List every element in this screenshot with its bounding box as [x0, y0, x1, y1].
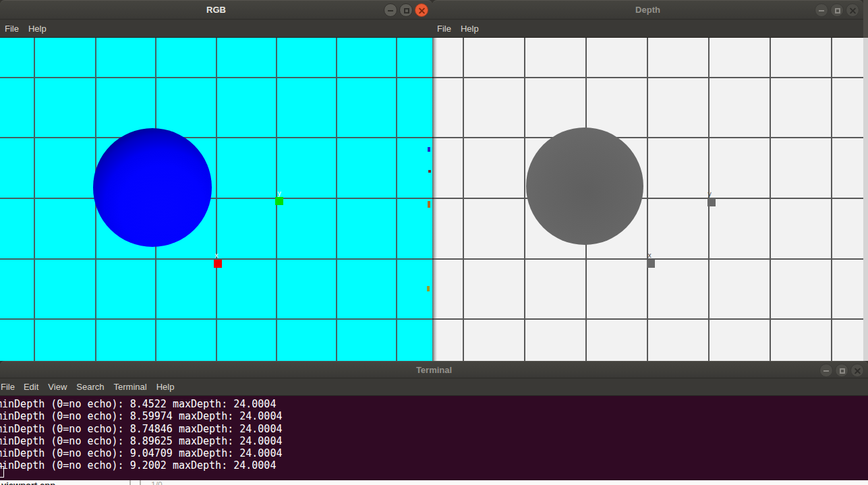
close-button[interactable] — [846, 3, 859, 17]
menu-help[interactable]: Help — [456, 24, 484, 34]
x-axis-marker — [214, 260, 222, 268]
rgb-titlebar[interactable]: RGB — [0, 0, 432, 20]
terminal-window: Terminal File Edit View Search Terminal … — [0, 361, 868, 480]
desktop: RGB File Help y x Depth — [0, 0, 868, 485]
editor-filename: viewport.cpp — [1, 480, 55, 485]
clipped-marker-speck — [428, 147, 430, 152]
minimize-icon — [823, 370, 829, 372]
terminal-cursor — [0, 466, 4, 478]
editor-tick — [140, 480, 141, 485]
terminal-line: minDepth (0=no echo): 8.59974 maxDepth: … — [0, 410, 868, 422]
rgb-window-title: RGB — [0, 5, 432, 15]
close-button[interactable] — [850, 364, 864, 377]
menu-file[interactable]: File — [432, 24, 456, 34]
menu-edit[interactable]: Edit — [19, 382, 43, 392]
depth-viewport[interactable]: y x — [432, 38, 863, 361]
maximize-button[interactable] — [830, 3, 844, 17]
maximize-button[interactable] — [835, 364, 848, 377]
maximize-icon — [835, 8, 840, 13]
rgb-menubar: File Help — [0, 20, 432, 38]
depth-menubar: File Help — [432, 20, 863, 38]
y-axis-marker — [275, 197, 283, 205]
x-axis-marker — [647, 260, 655, 268]
menu-terminal[interactable]: Terminal — [109, 382, 152, 392]
terminal-output[interactable]: minDepth (0=no echo): 8.4522 maxDepth: 2… — [0, 396, 868, 480]
rgb-window: RGB File Help y x — [0, 0, 432, 361]
window-edge-shadow — [432, 38, 437, 361]
depth-window-title: Depth — [432, 5, 863, 15]
terminal-window-title: Terminal — [0, 365, 868, 375]
minimize-button[interactable] — [384, 3, 397, 17]
terminal-menubar: File Edit View Search Terminal Help — [0, 378, 868, 396]
minimize-icon — [819, 10, 824, 11]
depth-window: Depth File Help y x — [432, 0, 863, 361]
menu-file[interactable]: File — [0, 24, 24, 34]
minimize-icon — [388, 10, 393, 11]
maximize-icon — [404, 8, 409, 13]
minimize-button[interactable] — [815, 3, 828, 17]
rgb-viewport[interactable]: y x — [0, 38, 432, 361]
menu-help[interactable]: Help — [152, 382, 179, 392]
y-axis-label: y — [705, 190, 714, 198]
y-axis-label: y — [274, 190, 284, 197]
clipped-marker-speck — [428, 170, 431, 173]
depth-titlebar[interactable]: Depth — [432, 0, 863, 20]
minimize-button[interactable] — [819, 364, 833, 377]
desktop-edge-strip — [863, 0, 868, 361]
editor-pager: 1/0 — [151, 480, 163, 485]
menu-file[interactable]: File — [0, 382, 19, 392]
terminal-text: minDepth (0=no echo): 8.4522 maxDepth: 2… — [0, 398, 868, 472]
menu-view[interactable]: View — [43, 382, 71, 392]
menu-search[interactable]: Search — [71, 382, 109, 392]
terminal-line: minDepth (0=no echo): 8.74846 maxDepth: … — [0, 423, 868, 435]
maximize-button[interactable] — [399, 3, 413, 17]
y-axis-marker — [707, 198, 716, 206]
clipped-marker-speck — [427, 286, 430, 291]
editor-tick — [129, 480, 131, 485]
close-button[interactable] — [415, 3, 428, 17]
terminal-line: minDepth (0=no echo): 8.4522 maxDepth: 2… — [0, 398, 868, 410]
maximize-icon — [840, 368, 845, 374]
depth-sphere — [526, 127, 643, 245]
terminal-line: minDepth (0=no echo): 8.89625 maxDepth: … — [0, 435, 868, 447]
terminal-line: minDepth (0=no echo): 9.04709 maxDepth: … — [0, 447, 868, 459]
background-editor-strip: viewport.cpp 1/0 — [0, 480, 868, 485]
terminal-titlebar[interactable]: Terminal — [0, 361, 868, 378]
x-axis-label: x — [212, 252, 221, 259]
rgb-sphere — [93, 128, 212, 247]
x-axis-label: x — [645, 252, 654, 259]
terminal-line: minDepth (0=no echo): 9.2002 maxDepth: 2… — [0, 459, 868, 472]
menu-help[interactable]: Help — [24, 24, 51, 34]
clipped-marker-speck — [428, 201, 430, 208]
